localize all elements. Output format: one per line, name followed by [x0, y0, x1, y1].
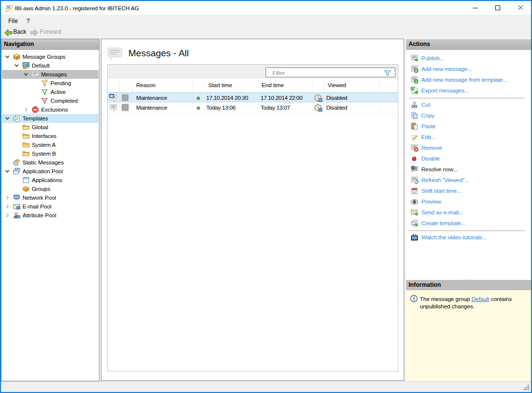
- svg-text:17: 17: [413, 191, 416, 194]
